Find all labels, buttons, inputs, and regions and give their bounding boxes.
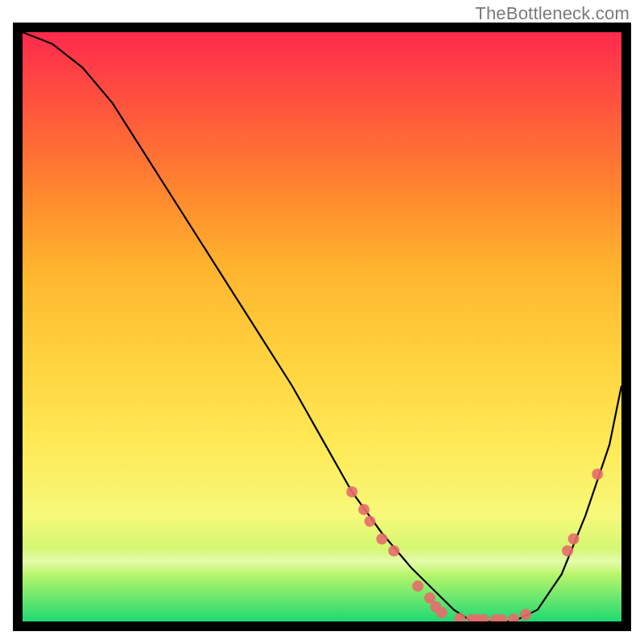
bottleneck-curve [23, 32, 621, 621]
data-marker [454, 613, 465, 624]
curve-markers [346, 469, 603, 625]
data-marker [346, 486, 357, 497]
chart-stage: TheBottleneck.com [0, 0, 644, 644]
data-marker [478, 614, 489, 625]
data-marker [520, 609, 531, 620]
data-marker [388, 545, 399, 556]
data-marker [376, 534, 387, 545]
data-marker [496, 614, 507, 625]
data-marker [592, 469, 603, 480]
data-marker [365, 516, 376, 527]
data-marker [508, 613, 519, 625]
curve-layer [23, 32, 621, 621]
data-marker [358, 504, 369, 515]
data-marker [562, 545, 573, 556]
attribution-label: TheBottleneck.com [475, 3, 630, 24]
plot-area [13, 23, 631, 631]
data-marker [436, 607, 448, 618]
data-marker [568, 534, 580, 545]
data-marker [412, 580, 423, 592]
